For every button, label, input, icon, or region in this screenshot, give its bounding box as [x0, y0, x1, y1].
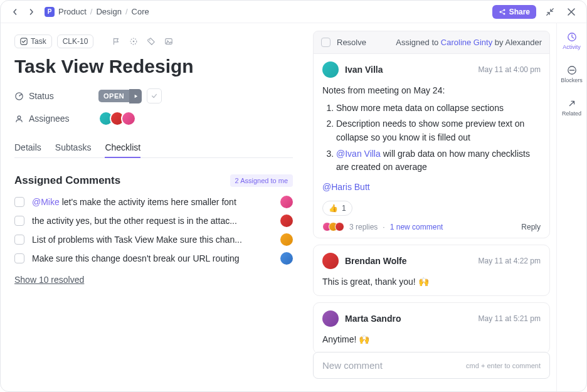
right-rail: Activity Blockers Related	[556, 23, 586, 392]
comment-author[interactable]: Ivan Villa	[345, 65, 383, 75]
reply-avatars[interactable]	[322, 222, 344, 231]
status-label-wrap: Status	[14, 91, 90, 101]
share-button[interactable]: Share	[492, 5, 536, 19]
rail-activity[interactable]: Activity	[557, 29, 586, 53]
task-title[interactable]: Task View Redesign	[14, 56, 293, 77]
checkbox[interactable]	[14, 197, 24, 207]
avatar[interactable]	[280, 196, 293, 208]
tab-subtasks[interactable]: Subtasks	[55, 137, 92, 157]
checkbox[interactable]	[14, 216, 24, 226]
mention[interactable]: @Haris Butt	[322, 181, 541, 194]
checkbox[interactable]	[14, 235, 24, 245]
rail-blockers[interactable]: Blockers	[557, 63, 586, 86]
close-icon	[567, 8, 576, 16]
related-icon	[567, 98, 577, 109]
tab-details[interactable]: Details	[14, 137, 41, 157]
complete-button[interactable]	[147, 88, 162, 103]
comment-composer[interactable]: New comment cmd + enter to comment	[313, 352, 550, 379]
rail-label: Related	[562, 110, 581, 117]
task-type-pill[interactable]: Task	[14, 34, 52, 48]
main-content: Task CLK-10 Task View Redesign Status OP…	[1, 23, 586, 392]
show-resolved-link[interactable]: Show 10 resolved	[14, 275, 293, 285]
task-id-pill[interactable]: CLK-10	[57, 34, 94, 48]
collapse-button[interactable]	[542, 4, 558, 19]
tabs: Details Subtasks Checklist	[14, 137, 293, 158]
comment-time: May 11 at 5:21 pm	[479, 314, 541, 323]
assigned-user-link[interactable]: Caroline Ginty	[441, 38, 492, 47]
play-icon	[133, 93, 139, 99]
comment-text[interactable]: the activity yes, but the other request …	[32, 216, 273, 226]
comment-footer: 3 replies · 1 new comment Reply	[322, 222, 541, 231]
comment-card: Marta Sandro May 11 at 5:21 pm Anytime! …	[313, 302, 550, 352]
comment-header: Ivan Villa May 11 at 4:00 pm	[322, 61, 541, 78]
svg-point-6	[149, 40, 151, 41]
activity-pane: Resolve Assigned to Caroline Ginty by Al…	[307, 23, 556, 392]
status-value: OPEN	[103, 92, 124, 100]
checkbox[interactable]	[14, 253, 24, 263]
assignee-avatars[interactable]	[98, 111, 136, 126]
assigned-comment-row: @Mike let's make the activity items here…	[14, 196, 293, 208]
close-button[interactable]	[564, 4, 579, 19]
comment-body: This is great, thank you! 🙌	[322, 275, 541, 289]
reaction-button[interactable]: 👍 1	[322, 201, 352, 216]
composer-placeholder: New comment	[322, 360, 383, 371]
assigned-comments-list: @Mike let's make the activity items here…	[14, 196, 293, 265]
avatar[interactable]	[322, 310, 339, 327]
tag-button[interactable]	[145, 35, 157, 48]
comment-card: Brendan Wolfe May 11 at 4:22 pm This is …	[313, 245, 550, 296]
tab-checklist[interactable]: Checklist	[105, 137, 140, 157]
comment-body: Notes from meeting on May 24: Show more …	[322, 84, 541, 216]
nav-forward-button[interactable]	[24, 5, 38, 19]
comment-time: May 11 at 4:00 pm	[479, 65, 541, 74]
status-row: Status OPEN	[14, 88, 293, 103]
avatar[interactable]	[322, 61, 339, 78]
nav-back-button[interactable]	[8, 5, 22, 19]
reply-button[interactable]: Reply	[521, 223, 541, 231]
resolve-bar: Resolve Assigned to Caroline Ginty by Al…	[313, 31, 550, 54]
assigned-to-me-badge[interactable]: 2 Assigned to me	[230, 174, 293, 187]
breadcrumb-item[interactable]: Design	[96, 7, 121, 16]
status-next-button[interactable]	[129, 89, 142, 103]
check-icon	[151, 92, 158, 100]
composer-hint: cmd + enter to comment	[466, 362, 541, 369]
assigned-comment-row: Make sure this change doesn't break our …	[14, 252, 293, 265]
resolve-checkbox[interactable]	[321, 38, 331, 47]
comment-intro: Notes from meeting on May 24:	[322, 84, 541, 98]
assigned-comment-row: List of problems with Task View Make sur…	[14, 233, 293, 246]
avatar[interactable]	[280, 233, 293, 246]
task-icon	[20, 38, 28, 45]
mention[interactable]: @Ivan Villa	[336, 149, 381, 159]
list-item: @Ivan Villa will grab data on how many c…	[336, 147, 541, 174]
flag-button[interactable]	[110, 35, 122, 48]
svg-point-2	[503, 13, 505, 14]
svg-point-5	[133, 41, 135, 43]
activity-scroll[interactable]: Resolve Assigned to Caroline Ginty by Al…	[307, 31, 556, 352]
image-button[interactable]	[162, 35, 175, 48]
sprint-button[interactable]	[127, 35, 140, 48]
avatar[interactable]	[280, 215, 293, 227]
activity-icon	[567, 32, 577, 42]
avatar[interactable]	[121, 111, 136, 126]
rail-label: Blockers	[561, 77, 583, 83]
list-item: Description needs to show some preview t…	[336, 117, 541, 144]
breadcrumb-item[interactable]: Product	[58, 7, 87, 16]
comment-author[interactable]: Brendan Wolfe	[345, 256, 407, 266]
comment-text[interactable]: List of problems with Task View Make sur…	[32, 235, 273, 245]
comment-text[interactable]: @Mike let's make the activity items here…	[32, 197, 273, 207]
avatar[interactable]	[280, 252, 293, 265]
comment-time: May 11 at 4:22 pm	[479, 257, 541, 265]
comment-author[interactable]: Marta Sandro	[345, 314, 401, 324]
status-chip[interactable]: OPEN	[98, 90, 129, 102]
rail-related[interactable]: Related	[557, 96, 586, 119]
svg-point-1	[503, 9, 505, 11]
comment-text[interactable]: Make sure this change doesn't break our …	[32, 253, 273, 263]
status-icon	[14, 92, 24, 101]
breadcrumb-item[interactable]: Core	[132, 7, 149, 16]
avatar[interactable]	[322, 253, 339, 269]
new-comment-link[interactable]: 1 new comment	[390, 223, 443, 231]
mention[interactable]: @Mike	[32, 197, 60, 207]
workspace-badge[interactable]: P	[45, 7, 55, 17]
replies-count[interactable]: 3 replies	[349, 223, 378, 231]
assigned-comments-title: Assigned Comments	[14, 174, 120, 187]
comment-list-items: Show more meta data on collapse sections…	[322, 102, 541, 174]
